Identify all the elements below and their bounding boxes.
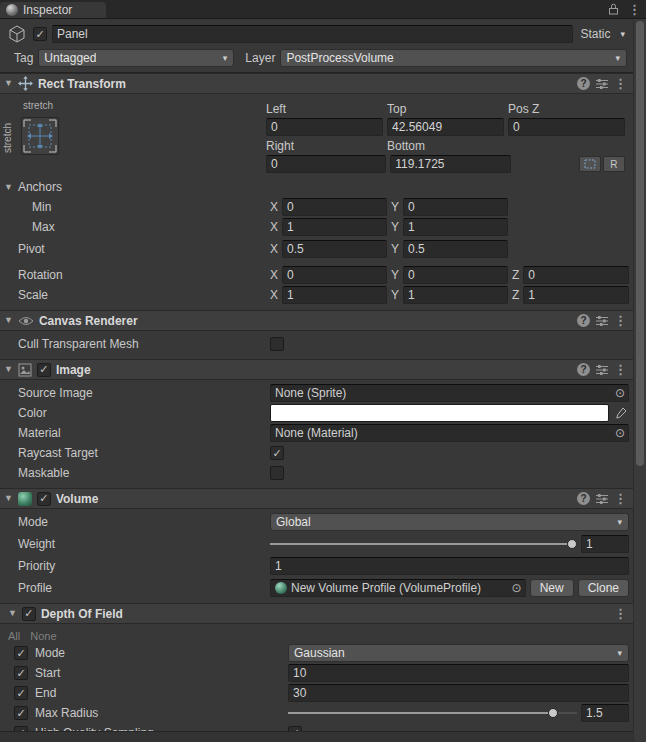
anchors-foldout[interactable]: ▼ Anchors <box>0 177 633 197</box>
object-picker-icon[interactable]: ⊙ <box>612 426 628 440</box>
rect-transform-header[interactable]: ▼ Rect Transform ? ⋮ <box>0 73 633 94</box>
rt-bottom-input[interactable] <box>390 155 510 173</box>
axis-x-label: X <box>270 288 278 302</box>
image-body: Source Image None (Sprite) ⊙ Color Mater… <box>0 380 633 488</box>
maskable-checkbox[interactable] <box>270 466 284 480</box>
volume-header[interactable]: ▼ ✓ Volume ? ⋮ <box>0 488 633 509</box>
object-picker-icon[interactable]: ⊙ <box>612 386 628 400</box>
component-title: Volume <box>56 492 98 506</box>
slider-handle[interactable] <box>548 708 558 718</box>
layer-dropdown[interactable]: PostProcessVolume ▾ <box>280 49 627 67</box>
weight-input[interactable] <box>581 535 629 553</box>
priority-input[interactable] <box>270 557 629 575</box>
anchors-min-x-input[interactable] <box>282 198 387 216</box>
component-menu-icon[interactable]: ⋮ <box>614 607 627 620</box>
scale-y-input[interactable] <box>403 286 508 304</box>
image-header[interactable]: ▼ ✓ Image ? ⋮ <box>0 359 633 380</box>
static-dropdown[interactable]: Static ▾ <box>578 27 627 41</box>
preset-icon[interactable] <box>595 315 609 327</box>
eyedropper-icon[interactable] <box>613 407 629 419</box>
depth-of-field-header[interactable]: ▼ ✓ Depth Of Field ⋮ <box>0 603 633 624</box>
dof-enabled-checkbox[interactable]: ✓ <box>22 607 36 621</box>
pivot-x-input[interactable] <box>282 240 387 258</box>
anchor-preset-zone: stretch stretch <box>0 101 266 173</box>
bottom-label: Bottom <box>387 139 504 153</box>
axis-y-label: Y <box>391 220 399 234</box>
foldout-icon[interactable]: ▼ <box>4 79 13 88</box>
canvas-renderer-body: Cull Transparent Mesh <box>0 331 633 359</box>
name-input[interactable] <box>52 25 573 43</box>
dof-start-input[interactable] <box>288 664 629 682</box>
profile-field[interactable]: New Volume Profile (VolumeProfile) ⊙ <box>270 579 526 597</box>
rt-top-input[interactable] <box>387 118 504 136</box>
dof-end-checkbox[interactable]: ✓ <box>14 686 28 700</box>
dof-max-radius-input[interactable] <box>581 704 629 722</box>
slider-handle[interactable] <box>567 539 577 549</box>
tab-menu-icon[interactable]: ⋮ <box>628 3 641 16</box>
dof-mode-checkbox[interactable]: ✓ <box>14 646 28 660</box>
anchor-preset-button[interactable] <box>21 117 59 155</box>
none-toggle[interactable]: None <box>30 630 56 642</box>
rt-right-input[interactable] <box>266 155 386 173</box>
tab-inspector[interactable]: Inspector <box>0 2 106 18</box>
active-checkbox[interactable]: ✓ <box>33 27 47 41</box>
color-swatch[interactable] <box>270 404 609 422</box>
volume-icon <box>18 492 32 506</box>
clone-profile-button[interactable]: Clone <box>578 579 629 597</box>
check-icon: ✓ <box>16 648 25 659</box>
preset-icon[interactable] <box>595 78 609 90</box>
dof-max-radius-checkbox[interactable]: ✓ <box>14 706 28 720</box>
help-icon[interactable]: ? <box>577 363 590 376</box>
component-menu-icon[interactable]: ⋮ <box>614 492 627 505</box>
volume-mode-dropdown[interactable]: Global ▾ <box>270 513 629 531</box>
rt-posz-input[interactable] <box>508 118 625 136</box>
all-toggle[interactable]: All <box>8 630 20 642</box>
rt-left-input[interactable] <box>266 118 383 136</box>
component-title: Image <box>56 363 91 377</box>
anchors-max-y-input[interactable] <box>403 218 508 236</box>
blueprint-mode-button[interactable] <box>579 156 601 172</box>
component-menu-icon[interactable]: ⋮ <box>614 314 627 327</box>
preset-icon[interactable] <box>595 364 609 376</box>
rotation-y-input[interactable] <box>403 266 508 284</box>
image-enabled-checkbox[interactable]: ✓ <box>37 363 51 377</box>
source-image-field[interactable]: None (Sprite) ⊙ <box>270 384 629 402</box>
dof-mode-dropdown[interactable]: Gaussian ▾ <box>288 644 629 662</box>
new-profile-button[interactable]: New <box>530 579 574 597</box>
foldout-icon[interactable]: ▼ <box>4 316 13 325</box>
weight-label: Weight <box>18 537 270 551</box>
component-menu-icon[interactable]: ⋮ <box>614 77 627 90</box>
help-icon[interactable]: ? <box>577 77 590 90</box>
scale-z-input[interactable] <box>523 286 629 304</box>
canvas-renderer-header[interactable]: ▼ Canvas Renderer ? ⋮ <box>0 310 633 331</box>
help-icon[interactable]: ? <box>577 492 590 505</box>
anchors-min-y-input[interactable] <box>403 198 508 216</box>
lock-icon[interactable] <box>608 3 619 15</box>
dof-start-checkbox[interactable]: ✓ <box>14 666 28 680</box>
cull-transparent-mesh-checkbox[interactable] <box>270 337 284 351</box>
component-menu-icon[interactable]: ⋮ <box>614 363 627 376</box>
volume-enabled-checkbox[interactable]: ✓ <box>37 492 51 506</box>
object-picker-icon[interactable]: ⊙ <box>509 581 525 595</box>
dof-end-input[interactable] <box>288 684 629 702</box>
scrollbar-thumb[interactable] <box>636 21 644 466</box>
rotation-z-input[interactable] <box>523 266 629 284</box>
foldout-icon[interactable]: ▼ <box>4 183 13 192</box>
rotation-x-input[interactable] <box>282 266 387 284</box>
raw-edit-mode-button[interactable]: R <box>603 156 625 172</box>
vertical-scrollbar[interactable] <box>633 19 646 742</box>
foldout-icon[interactable]: ▼ <box>8 609 17 618</box>
preset-icon[interactable] <box>595 493 609 505</box>
help-icon[interactable]: ? <box>577 314 590 327</box>
scale-x-input[interactable] <box>282 286 387 304</box>
material-row: Material None (Material) ⊙ <box>0 423 633 443</box>
weight-slider[interactable] <box>270 535 577 553</box>
foldout-icon[interactable]: ▼ <box>4 494 13 503</box>
pivot-y-input[interactable] <box>403 240 508 258</box>
anchors-max-x-input[interactable] <box>282 218 387 236</box>
raycast-target-checkbox[interactable]: ✓ <box>270 446 284 460</box>
material-field[interactable]: None (Material) ⊙ <box>270 424 629 442</box>
max-radius-slider[interactable] <box>288 704 577 722</box>
tag-dropdown[interactable]: Untagged ▾ <box>38 49 234 67</box>
foldout-icon[interactable]: ▼ <box>4 365 13 374</box>
